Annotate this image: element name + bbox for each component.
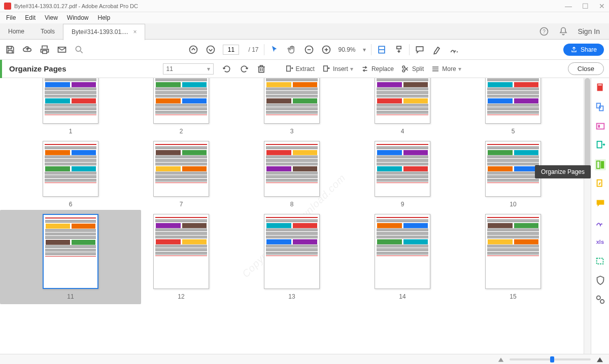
- page-thumbnail[interactable]: 4: [352, 78, 453, 135]
- comment-icon[interactable]: [415, 45, 425, 55]
- rp-export-icon[interactable]: [595, 140, 606, 151]
- rp-edit-icon[interactable]: [595, 121, 606, 132]
- delete-icon[interactable]: [256, 64, 266, 74]
- rp-create-pdf-icon[interactable]: [595, 82, 606, 93]
- save-icon[interactable]: [5, 45, 15, 55]
- thumbnail-frame: [485, 78, 541, 124]
- zoom-knob[interactable]: [550, 356, 554, 362]
- rp-organize-icon[interactable]: [595, 159, 606, 170]
- tab-home[interactable]: Home: [0, 23, 32, 40]
- zoom-small-icon[interactable]: [497, 356, 504, 363]
- minimize-button[interactable]: —: [565, 2, 572, 10]
- thumbnail-number: 8: [290, 201, 294, 208]
- page-thumbnail[interactable]: 7: [131, 141, 231, 208]
- zoom-slider[interactable]: [510, 358, 591, 360]
- zoom-value[interactable]: 90.9%: [339, 46, 356, 53]
- thumbnail-number: 12: [178, 293, 184, 300]
- page-thumbnail[interactable]: 12: [131, 214, 231, 300]
- svg-point-3: [76, 46, 81, 51]
- page-thumbnail[interactable]: 2: [131, 78, 231, 135]
- zoom-caret-icon[interactable]: ▾: [363, 46, 366, 53]
- svg-point-16: [402, 66, 405, 68]
- replace-button[interactable]: Replace: [360, 64, 394, 74]
- page-thumbnail[interactable]: 14: [352, 214, 453, 300]
- menu-window[interactable]: Window: [63, 13, 93, 22]
- split-button[interactable]: Split: [401, 64, 424, 74]
- share-button[interactable]: Share: [563, 44, 604, 56]
- fit-width-icon[interactable]: [377, 45, 387, 55]
- cloud-icon[interactable]: [22, 45, 32, 55]
- page-thumbnail[interactable]: 5: [463, 78, 563, 135]
- organize-toolbar: Organize Pages 11 ▾ Extract Insert▾ Repl…: [0, 60, 609, 78]
- thumbnail-number: 1: [69, 128, 73, 135]
- thumbnail-number: 4: [401, 128, 404, 135]
- thumbnail-frame: [264, 78, 320, 124]
- thumbnail-number: 5: [512, 128, 515, 135]
- svg-text:xls: xls: [596, 239, 603, 245]
- zoom-in-icon[interactable]: [321, 45, 331, 55]
- tabbar-right: ? Sign In: [539, 26, 609, 37]
- scroll-thumb[interactable]: [585, 78, 590, 169]
- menu-edit[interactable]: Edit: [21, 13, 40, 22]
- rp-enhance-icon[interactable]: [595, 178, 606, 190]
- mail-icon[interactable]: [57, 45, 67, 55]
- rp-comment-icon[interactable]: [595, 198, 606, 209]
- page-thumbnail[interactable]: 11: [0, 210, 141, 304]
- hand-tool-icon[interactable]: [287, 45, 297, 55]
- rp-form-icon[interactable]: xls: [595, 236, 606, 247]
- rp-send-icon[interactable]: [595, 256, 606, 267]
- maximize-button[interactable]: ☐: [582, 2, 589, 10]
- page-up-icon[interactable]: [188, 45, 198, 55]
- app-icon: [4, 3, 11, 10]
- rp-combine-icon[interactable]: [595, 101, 606, 113]
- rotate-left-icon[interactable]: [222, 64, 232, 74]
- close-window-button[interactable]: ✕: [599, 2, 605, 10]
- bell-icon[interactable]: [558, 26, 568, 37]
- select-tool-icon[interactable]: [269, 45, 280, 55]
- thumbnail-frame: [43, 78, 98, 124]
- rp-fill-sign-icon[interactable]: [595, 217, 606, 228]
- page-thumbnail[interactable]: 3: [242, 78, 342, 135]
- help-icon[interactable]: ?: [539, 26, 549, 37]
- more-button[interactable]: More▾: [431, 64, 461, 74]
- page-thumbnail[interactable]: 13: [242, 214, 342, 300]
- menu-file[interactable]: File: [2, 13, 20, 22]
- highlight-icon[interactable]: [432, 45, 442, 55]
- page-number-input[interactable]: [223, 45, 239, 55]
- thumbnail-number: 6: [69, 201, 73, 208]
- sign-icon[interactable]: [449, 45, 459, 55]
- extract-button[interactable]: Extract: [285, 64, 315, 74]
- tab-tools[interactable]: Tools: [32, 23, 63, 40]
- rp-more-tools-icon[interactable]: [595, 294, 606, 305]
- page-down-icon[interactable]: [206, 45, 216, 55]
- insert-button[interactable]: Insert▾: [322, 64, 353, 74]
- page-thumbnail[interactable]: 8: [242, 141, 342, 208]
- rp-protect-icon[interactable]: [595, 275, 606, 286]
- tab-document[interactable]: Byte#314-1393.01.... ×: [63, 24, 145, 40]
- menu-help[interactable]: Help: [94, 13, 115, 22]
- search-icon[interactable]: [74, 45, 84, 55]
- svg-rect-32: [596, 259, 603, 264]
- svg-point-6: [207, 46, 215, 53]
- page-thumbnail[interactable]: 9: [352, 141, 453, 208]
- thumbnail-number: 10: [510, 201, 516, 208]
- page-range-dropdown[interactable]: 11 ▾: [163, 63, 214, 75]
- thumbnail-frame: [375, 78, 430, 124]
- print-icon[interactable]: [40, 45, 50, 55]
- page-thumbnail[interactable]: 15: [463, 214, 563, 300]
- scroll-icon[interactable]: [394, 45, 404, 55]
- svg-rect-13: [396, 46, 400, 49]
- zoom-large-icon[interactable]: [596, 355, 604, 363]
- page-thumbnail[interactable]: 1: [20, 78, 121, 135]
- rotate-right-icon[interactable]: [239, 64, 249, 74]
- close-organize-button[interactable]: Close: [568, 62, 604, 75]
- page-thumbnail[interactable]: 6: [20, 141, 121, 208]
- svg-rect-25: [596, 124, 604, 129]
- svg-rect-27: [597, 141, 601, 148]
- tab-close-icon[interactable]: ×: [133, 28, 137, 35]
- zoom-out-icon[interactable]: [304, 45, 314, 55]
- sign-in-link[interactable]: Sign In: [578, 27, 600, 35]
- menu-view[interactable]: View: [41, 13, 62, 22]
- bottom-bar: [0, 354, 609, 364]
- scrollbar-vertical[interactable]: ▴: [584, 78, 591, 354]
